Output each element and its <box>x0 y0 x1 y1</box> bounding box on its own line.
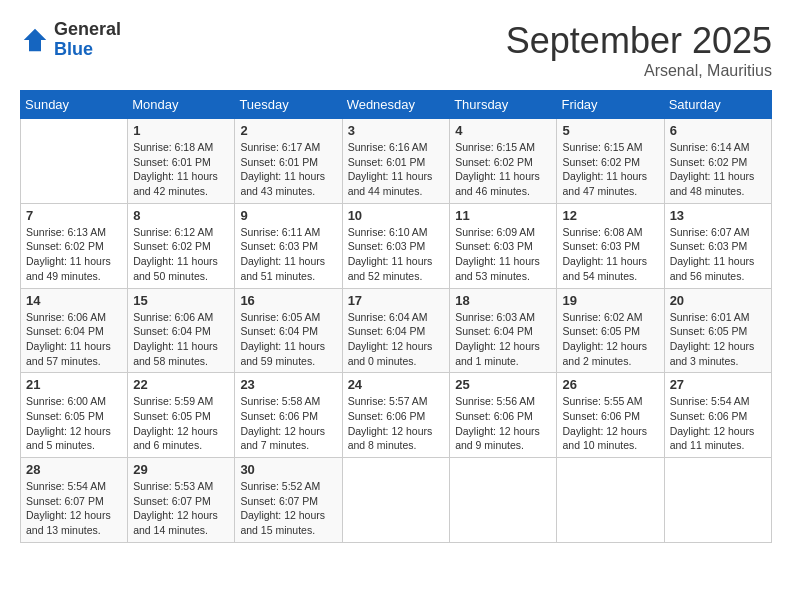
calendar-cell: 27Sunrise: 5:54 AMSunset: 6:06 PMDayligh… <box>664 373 771 458</box>
calendar-week-row: 7Sunrise: 6:13 AMSunset: 6:02 PMDaylight… <box>21 203 772 288</box>
day-number: 19 <box>562 293 658 308</box>
day-number: 10 <box>348 208 445 223</box>
day-info: Sunrise: 5:54 AMSunset: 6:07 PMDaylight:… <box>26 479 122 538</box>
header-tuesday: Tuesday <box>235 91 342 119</box>
day-info: Sunrise: 6:11 AMSunset: 6:03 PMDaylight:… <box>240 225 336 284</box>
day-number: 18 <box>455 293 551 308</box>
day-info: Sunrise: 5:57 AMSunset: 6:06 PMDaylight:… <box>348 394 445 453</box>
day-info: Sunrise: 5:56 AMSunset: 6:06 PMDaylight:… <box>455 394 551 453</box>
calendar-cell: 5Sunrise: 6:15 AMSunset: 6:02 PMDaylight… <box>557 119 664 204</box>
day-number: 16 <box>240 293 336 308</box>
day-number: 28 <box>26 462 122 477</box>
day-info: Sunrise: 6:12 AMSunset: 6:02 PMDaylight:… <box>133 225 229 284</box>
day-info: Sunrise: 6:04 AMSunset: 6:04 PMDaylight:… <box>348 310 445 369</box>
day-number: 2 <box>240 123 336 138</box>
day-number: 8 <box>133 208 229 223</box>
day-number: 13 <box>670 208 766 223</box>
calendar-cell: 25Sunrise: 5:56 AMSunset: 6:06 PMDayligh… <box>450 373 557 458</box>
header: General Blue September 2025 Arsenal, Mau… <box>20 20 772 80</box>
day-info: Sunrise: 5:58 AMSunset: 6:06 PMDaylight:… <box>240 394 336 453</box>
calendar-cell: 18Sunrise: 6:03 AMSunset: 6:04 PMDayligh… <box>450 288 557 373</box>
day-number: 22 <box>133 377 229 392</box>
day-info: Sunrise: 6:08 AMSunset: 6:03 PMDaylight:… <box>562 225 658 284</box>
logo-blue: Blue <box>54 40 121 60</box>
day-number: 17 <box>348 293 445 308</box>
calendar-cell: 10Sunrise: 6:10 AMSunset: 6:03 PMDayligh… <box>342 203 450 288</box>
calendar-cell: 22Sunrise: 5:59 AMSunset: 6:05 PMDayligh… <box>128 373 235 458</box>
calendar-cell: 6Sunrise: 6:14 AMSunset: 6:02 PMDaylight… <box>664 119 771 204</box>
day-info: Sunrise: 6:15 AMSunset: 6:02 PMDaylight:… <box>455 140 551 199</box>
calendar-cell: 1Sunrise: 6:18 AMSunset: 6:01 PMDaylight… <box>128 119 235 204</box>
title-area: September 2025 Arsenal, Mauritius <box>506 20 772 80</box>
day-number: 11 <box>455 208 551 223</box>
day-number: 3 <box>348 123 445 138</box>
logo-text: General Blue <box>54 20 121 60</box>
day-number: 15 <box>133 293 229 308</box>
logo: General Blue <box>20 20 121 60</box>
day-number: 24 <box>348 377 445 392</box>
day-number: 7 <box>26 208 122 223</box>
day-number: 20 <box>670 293 766 308</box>
calendar-cell: 11Sunrise: 6:09 AMSunset: 6:03 PMDayligh… <box>450 203 557 288</box>
calendar-cell <box>557 458 664 543</box>
calendar-week-row: 21Sunrise: 6:00 AMSunset: 6:05 PMDayligh… <box>21 373 772 458</box>
calendar-cell: 14Sunrise: 6:06 AMSunset: 6:04 PMDayligh… <box>21 288 128 373</box>
calendar-cell <box>21 119 128 204</box>
calendar-cell: 16Sunrise: 6:05 AMSunset: 6:04 PMDayligh… <box>235 288 342 373</box>
day-info: Sunrise: 6:03 AMSunset: 6:04 PMDaylight:… <box>455 310 551 369</box>
calendar-cell: 29Sunrise: 5:53 AMSunset: 6:07 PMDayligh… <box>128 458 235 543</box>
calendar-cell: 26Sunrise: 5:55 AMSunset: 6:06 PMDayligh… <box>557 373 664 458</box>
logo-icon <box>20 25 50 55</box>
day-info: Sunrise: 5:55 AMSunset: 6:06 PMDaylight:… <box>562 394 658 453</box>
calendar-cell: 24Sunrise: 5:57 AMSunset: 6:06 PMDayligh… <box>342 373 450 458</box>
day-info: Sunrise: 6:14 AMSunset: 6:02 PMDaylight:… <box>670 140 766 199</box>
calendar-table: Sunday Monday Tuesday Wednesday Thursday… <box>20 90 772 543</box>
calendar-week-row: 1Sunrise: 6:18 AMSunset: 6:01 PMDaylight… <box>21 119 772 204</box>
header-wednesday: Wednesday <box>342 91 450 119</box>
day-number: 6 <box>670 123 766 138</box>
day-number: 1 <box>133 123 229 138</box>
calendar-cell: 4Sunrise: 6:15 AMSunset: 6:02 PMDaylight… <box>450 119 557 204</box>
day-info: Sunrise: 6:09 AMSunset: 6:03 PMDaylight:… <box>455 225 551 284</box>
day-number: 23 <box>240 377 336 392</box>
day-number: 26 <box>562 377 658 392</box>
day-number: 4 <box>455 123 551 138</box>
calendar-cell: 23Sunrise: 5:58 AMSunset: 6:06 PMDayligh… <box>235 373 342 458</box>
day-info: Sunrise: 6:06 AMSunset: 6:04 PMDaylight:… <box>26 310 122 369</box>
day-info: Sunrise: 6:07 AMSunset: 6:03 PMDaylight:… <box>670 225 766 284</box>
day-number: 30 <box>240 462 336 477</box>
day-info: Sunrise: 6:18 AMSunset: 6:01 PMDaylight:… <box>133 140 229 199</box>
calendar-cell: 13Sunrise: 6:07 AMSunset: 6:03 PMDayligh… <box>664 203 771 288</box>
day-info: Sunrise: 6:15 AMSunset: 6:02 PMDaylight:… <box>562 140 658 199</box>
day-info: Sunrise: 5:59 AMSunset: 6:05 PMDaylight:… <box>133 394 229 453</box>
day-number: 27 <box>670 377 766 392</box>
day-info: Sunrise: 6:05 AMSunset: 6:04 PMDaylight:… <box>240 310 336 369</box>
header-monday: Monday <box>128 91 235 119</box>
calendar-cell: 28Sunrise: 5:54 AMSunset: 6:07 PMDayligh… <box>21 458 128 543</box>
month-title: September 2025 <box>506 20 772 62</box>
calendar-cell: 30Sunrise: 5:52 AMSunset: 6:07 PMDayligh… <box>235 458 342 543</box>
header-thursday: Thursday <box>450 91 557 119</box>
calendar-cell <box>342 458 450 543</box>
calendar-cell: 3Sunrise: 6:16 AMSunset: 6:01 PMDaylight… <box>342 119 450 204</box>
calendar-cell <box>450 458 557 543</box>
day-info: Sunrise: 6:02 AMSunset: 6:05 PMDaylight:… <box>562 310 658 369</box>
calendar-cell: 21Sunrise: 6:00 AMSunset: 6:05 PMDayligh… <box>21 373 128 458</box>
location-title: Arsenal, Mauritius <box>506 62 772 80</box>
day-info: Sunrise: 5:54 AMSunset: 6:06 PMDaylight:… <box>670 394 766 453</box>
day-number: 21 <box>26 377 122 392</box>
day-number: 14 <box>26 293 122 308</box>
day-info: Sunrise: 6:00 AMSunset: 6:05 PMDaylight:… <box>26 394 122 453</box>
day-info: Sunrise: 6:01 AMSunset: 6:05 PMDaylight:… <box>670 310 766 369</box>
logo-general: General <box>54 20 121 40</box>
calendar-cell: 9Sunrise: 6:11 AMSunset: 6:03 PMDaylight… <box>235 203 342 288</box>
day-info: Sunrise: 6:16 AMSunset: 6:01 PMDaylight:… <box>348 140 445 199</box>
days-header-row: Sunday Monday Tuesday Wednesday Thursday… <box>21 91 772 119</box>
svg-marker-0 <box>24 29 47 52</box>
day-info: Sunrise: 6:13 AMSunset: 6:02 PMDaylight:… <box>26 225 122 284</box>
header-friday: Friday <box>557 91 664 119</box>
day-number: 12 <box>562 208 658 223</box>
header-sunday: Sunday <box>21 91 128 119</box>
calendar-cell: 8Sunrise: 6:12 AMSunset: 6:02 PMDaylight… <box>128 203 235 288</box>
calendar-cell: 20Sunrise: 6:01 AMSunset: 6:05 PMDayligh… <box>664 288 771 373</box>
